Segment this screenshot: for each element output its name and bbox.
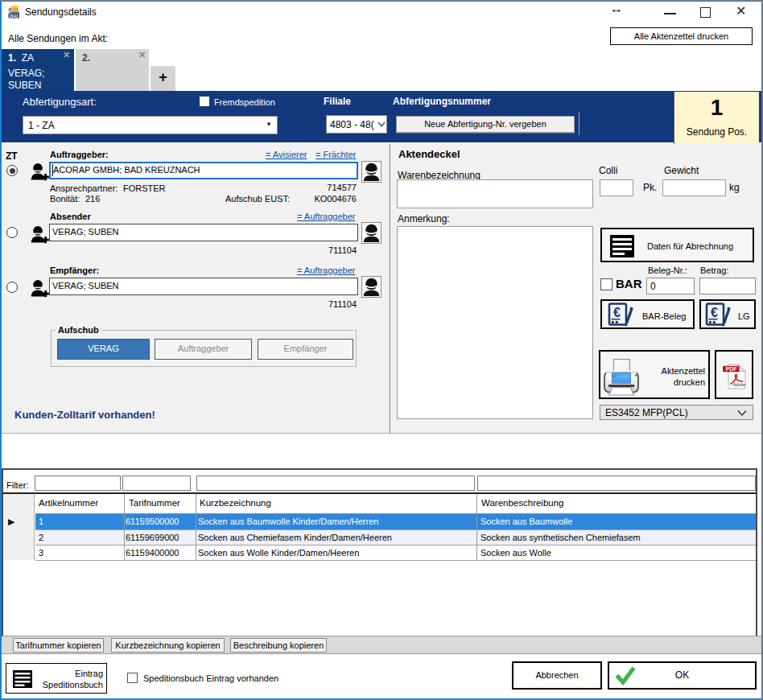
svg-text:ZE43: ZE43 xyxy=(10,14,19,19)
svg-text:€: € xyxy=(711,306,718,319)
svg-text:Adobe: Adobe xyxy=(732,382,745,387)
svg-text:PDF: PDF xyxy=(726,366,737,372)
svg-text:€: € xyxy=(613,306,621,319)
